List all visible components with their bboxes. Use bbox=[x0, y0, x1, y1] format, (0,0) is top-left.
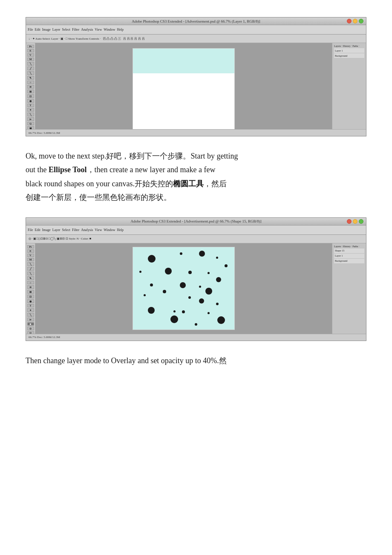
dot-18 bbox=[199, 298, 204, 304]
history-brush[interactable]: ≋ bbox=[27, 85, 34, 89]
screenshot-2: Adobe Photoshop CS3 Extended - [Advertis… bbox=[26, 217, 366, 341]
minimize-btn-2[interactable] bbox=[353, 219, 357, 224]
clone-2[interactable]: ⌂ bbox=[27, 281, 34, 284]
text-line2-pre: out the bbox=[26, 165, 49, 174]
eyedropper[interactable]: ╱ bbox=[27, 66, 34, 70]
eyedropper-2[interactable]: ╱ bbox=[27, 267, 34, 271]
history-2[interactable]: ≋ bbox=[27, 285, 34, 289]
dot-4 bbox=[216, 257, 218, 259]
lasso-tool-2[interactable]: V bbox=[27, 254, 34, 257]
layers-label-1: Layers · History · Paths · bbox=[334, 45, 364, 47]
layer-row-1[interactable]: Layer 1 bbox=[334, 48, 364, 53]
canvas-2 bbox=[133, 247, 235, 330]
right-panel-1: Layers · History · Paths · Layer 1 Backg… bbox=[332, 43, 366, 136]
dot-19 bbox=[216, 303, 219, 305]
clone-stamp[interactable]: ⌂ bbox=[27, 81, 34, 84]
dot-5 bbox=[225, 264, 228, 267]
title-text-1: Adobe Photoshop CS3 Extended - [Advertis… bbox=[132, 19, 260, 23]
shape-tool-2[interactable]: ■ bbox=[27, 322, 34, 326]
close-btn-2[interactable] bbox=[347, 219, 352, 224]
brush-tool[interactable]: ✎ bbox=[27, 76, 34, 80]
layer-row-shape[interactable]: Shape 15 bbox=[334, 249, 364, 254]
window-buttons-2 bbox=[347, 219, 363, 224]
dot-20 bbox=[148, 307, 155, 314]
text-line3-pre: black round shapes on your canvas.开始失控的 bbox=[26, 179, 173, 188]
statusbar-1: 66.7% Doc: 5.69M/12.3M bbox=[26, 129, 366, 136]
pen-tool[interactable]: ✦ bbox=[27, 108, 34, 112]
gradient-tool[interactable]: ⊡ bbox=[27, 94, 34, 98]
page-container: Adobe Photoshop CS3 Extended - [Advertis… bbox=[0, 0, 392, 397]
layer-row-bg[interactable]: Background bbox=[334, 53, 364, 58]
text-line1: Ok, move to the next step.好吧，移到下一个步骤。Sta… bbox=[26, 152, 238, 160]
dot-16 bbox=[144, 294, 146, 296]
dot-11 bbox=[150, 283, 153, 286]
magic-wand-2[interactable]: M bbox=[27, 258, 34, 261]
dot-8 bbox=[188, 271, 192, 274]
main-area-1: Ps E V M ╲ ╱ ╲ ✎ ⌂ ≋ ⊠ ⊡ ◉ T ✦ ╲ ⊳ Q ▣ ⊙ bbox=[26, 43, 366, 136]
dot-1 bbox=[148, 255, 156, 263]
maximize-btn-1[interactable] bbox=[359, 19, 363, 23]
canvas-area-2 bbox=[35, 243, 332, 334]
dot-22 bbox=[182, 310, 185, 313]
dot-7 bbox=[165, 268, 172, 275]
maximize-btn-2[interactable] bbox=[359, 219, 363, 224]
dodge-2[interactable]: T bbox=[27, 304, 34, 307]
brush-2[interactable]: ✎ bbox=[27, 276, 34, 280]
selection-tool[interactable]: E bbox=[27, 49, 34, 52]
layers-panel-2: Shape 15 Layer 1 Background bbox=[334, 249, 364, 264]
shape-tool[interactable]: Q bbox=[27, 122, 34, 125]
dot-10 bbox=[216, 277, 221, 282]
crop-tool-2[interactable]: ╲ bbox=[27, 262, 34, 266]
dot-13 bbox=[199, 286, 201, 288]
left-toolbar-2: Ps E V M ╲ ╱ ╲ ✎ ⌂ ≋ ⊠ ⊡ ◉ T ✦ ╲ ⊳ ■ ⊙ Q bbox=[26, 243, 35, 334]
magic-wand[interactable]: M bbox=[27, 58, 34, 61]
right-panel-2: Layers · History · Paths · Shape 15 Laye… bbox=[332, 243, 366, 334]
dot-23 bbox=[208, 312, 210, 314]
layers-label-2: Layers · History · Paths · bbox=[334, 245, 364, 248]
text-overlay-line: Then change layer mode to Overlay and se… bbox=[26, 354, 366, 367]
text-ellipse-cn: 椭圆工具 bbox=[173, 179, 204, 188]
hand-2[interactable]: ⊙ bbox=[27, 327, 34, 330]
layer-row-1b[interactable]: Layer 1 bbox=[334, 254, 364, 259]
minimize-btn-1[interactable] bbox=[353, 19, 357, 23]
blur-tool[interactable]: ◉ bbox=[27, 99, 34, 103]
layer-row-bgb[interactable]: Background bbox=[334, 259, 364, 264]
selection-tool-2[interactable]: E bbox=[27, 249, 34, 253]
canvas-1 bbox=[133, 48, 235, 131]
eraser-tool[interactable]: ⊠ bbox=[27, 90, 34, 93]
text-ellipse-tool: Ellipse Tool bbox=[49, 165, 87, 174]
eraser-2[interactable]: ⊠ bbox=[27, 290, 34, 294]
statusbar-2: 66.7% Doc: 5.69M/12.3M bbox=[26, 334, 366, 341]
path-selection[interactable]: ⊳ bbox=[27, 117, 34, 121]
titlebar-1: Adobe Photoshop CS3 Extended - [Advertis… bbox=[26, 17, 366, 25]
blur-2[interactable]: ◉ bbox=[27, 299, 34, 303]
close-btn-1[interactable] bbox=[347, 19, 352, 23]
options-bar-1: ↓ · ✦ Auto-Select: Layer · ▣ · □ Show Tr… bbox=[26, 35, 366, 43]
move-tool-2[interactable]: Ps bbox=[27, 245, 34, 249]
dot-6 bbox=[139, 271, 141, 273]
dot-2 bbox=[180, 252, 182, 255]
dot-21 bbox=[173, 310, 176, 312]
dodge-tool[interactable]: T bbox=[27, 104, 34, 107]
gradient-2[interactable]: ⊡ bbox=[27, 295, 34, 298]
move-tool[interactable]: Ps bbox=[27, 45, 34, 48]
zoom-level-2: 66.7% Doc: 5.69M/12.3M bbox=[29, 335, 60, 339]
titlebar-2: Adobe Photoshop CS3 Extended - [Advertis… bbox=[26, 218, 366, 225]
options-bar-2: ◎ · ▣□◻⊡⊠⊙□◯╲· ▣⊞⊟ ⊡ Style: N · Color: ■ bbox=[26, 235, 366, 243]
type-2[interactable]: ╲ bbox=[27, 313, 34, 317]
type-tool[interactable]: ╲ bbox=[27, 113, 34, 116]
text-paragraph-2: Then change layer mode to Overlay and se… bbox=[26, 354, 366, 367]
healing-brush[interactable]: ╲ bbox=[27, 71, 34, 75]
text-paragraph-1: Ok, move to the next step.好吧，移到下一个步骤。Sta… bbox=[26, 149, 366, 205]
menu-bar-1: File Edit Image Layer Select Filter Anal… bbox=[26, 25, 366, 35]
text-line3-suf: ，然后 bbox=[204, 179, 227, 188]
path-sel-2[interactable]: ⊳ bbox=[27, 318, 34, 321]
text-line2-suf: ，then create a new layer and make a few bbox=[87, 165, 216, 174]
dot-25 bbox=[217, 316, 225, 324]
window-buttons-1 bbox=[347, 19, 363, 23]
pen-2[interactable]: ✦ bbox=[27, 308, 34, 312]
zoom-level-1: 66.7% Doc: 5.69M/12.3M bbox=[29, 131, 60, 135]
lasso-tool[interactable]: V bbox=[27, 53, 34, 57]
healing-2[interactable]: ╲ bbox=[27, 272, 34, 275]
crop-tool[interactable]: ╲ bbox=[27, 62, 34, 66]
